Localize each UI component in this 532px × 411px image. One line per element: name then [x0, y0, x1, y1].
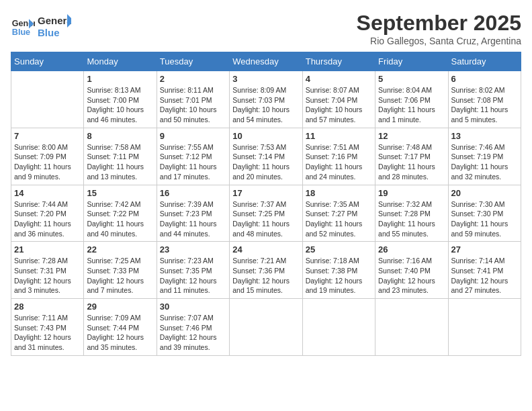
- day-info: Sunrise: 7:23 AMSunset: 7:35 PMDaylight:…: [160, 256, 226, 295]
- day-number: 6: [451, 74, 518, 84]
- day-info: Sunrise: 7:25 AMSunset: 7:33 PMDaylight:…: [87, 256, 153, 295]
- day-number: 20: [451, 188, 518, 198]
- day-info: Sunrise: 7:51 AMSunset: 7:16 PMDaylight:…: [306, 142, 372, 182]
- day-number: 21: [14, 244, 81, 255]
- day-number: 8: [87, 131, 153, 141]
- day-cell: 2Sunrise: 8:11 AMSunset: 7:01 PMDaylight…: [157, 71, 229, 128]
- day-number: 24: [232, 244, 299, 255]
- day-info: Sunrise: 7:35 AMSunset: 7:27 PMDaylight:…: [306, 199, 372, 239]
- week-row-5: 28Sunrise: 7:11 AMSunset: 7:43 PMDayligh…: [11, 299, 521, 356]
- day-cell: 12Sunrise: 7:48 AMSunset: 7:17 PMDayligh…: [375, 128, 448, 185]
- day-number: 16: [160, 188, 226, 198]
- day-number: 28: [14, 302, 81, 312]
- day-cell: 20Sunrise: 7:30 AMSunset: 7:30 PMDayligh…: [448, 185, 521, 242]
- day-info: Sunrise: 7:14 AMSunset: 7:41 PMDaylight:…: [451, 256, 518, 295]
- day-number: 26: [378, 244, 445, 255]
- week-row-2: 7Sunrise: 8:00 AMSunset: 7:09 PMDaylight…: [11, 128, 521, 185]
- day-cell: 24Sunrise: 7:21 AMSunset: 7:36 PMDayligh…: [230, 242, 302, 299]
- day-cell: [230, 299, 302, 356]
- day-cell: 26Sunrise: 7:16 AMSunset: 7:40 PMDayligh…: [375, 242, 448, 299]
- header-cell-wednesday: Wednesday: [230, 52, 302, 71]
- day-info: Sunrise: 7:16 AMSunset: 7:40 PMDaylight:…: [378, 256, 445, 295]
- month-title: September 2025: [357, 11, 521, 36]
- day-cell: 18Sunrise: 7:35 AMSunset: 7:27 PMDayligh…: [302, 185, 375, 242]
- header-cell-sunday: Sunday: [11, 52, 84, 71]
- header-cell-monday: Monday: [84, 52, 157, 71]
- day-cell: 17Sunrise: 7:37 AMSunset: 7:25 PMDayligh…: [230, 185, 302, 242]
- day-cell: 27Sunrise: 7:14 AMSunset: 7:41 PMDayligh…: [448, 242, 521, 299]
- day-cell: 10Sunrise: 7:53 AMSunset: 7:14 PMDayligh…: [230, 128, 302, 185]
- title-block: September 2025 Rio Gallegos, Santa Cruz,…: [357, 11, 521, 46]
- day-cell: 30Sunrise: 7:07 AMSunset: 7:46 PMDayligh…: [157, 299, 229, 356]
- day-cell: 4Sunrise: 8:07 AMSunset: 7:04 PMDaylight…: [302, 71, 375, 128]
- header-cell-tuesday: Tuesday: [157, 52, 229, 71]
- calendar-table: SundayMondayTuesdayWednesdayThursdayFrid…: [11, 52, 521, 356]
- day-info: Sunrise: 7:42 AMSunset: 7:22 PMDaylight:…: [87, 199, 153, 239]
- day-cell: 16Sunrise: 7:39 AMSunset: 7:23 PMDayligh…: [157, 185, 229, 242]
- day-info: Sunrise: 8:11 AMSunset: 7:01 PMDaylight:…: [160, 85, 226, 125]
- day-info: Sunrise: 7:18 AMSunset: 7:38 PMDaylight:…: [306, 256, 372, 295]
- day-number: 30: [160, 302, 226, 312]
- day-cell: 7Sunrise: 8:00 AMSunset: 7:09 PMDaylight…: [11, 128, 84, 185]
- day-info: Sunrise: 7:55 AMSunset: 7:12 PMDaylight:…: [160, 142, 226, 182]
- day-info: Sunrise: 7:07 AMSunset: 7:46 PMDaylight:…: [160, 313, 226, 353]
- day-number: 27: [451, 244, 518, 255]
- day-info: Sunrise: 7:46 AMSunset: 7:19 PMDaylight:…: [451, 142, 518, 182]
- day-number: 14: [14, 188, 81, 198]
- day-info: Sunrise: 7:39 AMSunset: 7:23 PMDaylight:…: [160, 199, 226, 239]
- day-number: 17: [232, 188, 299, 198]
- header-cell-thursday: Thursday: [302, 52, 375, 71]
- day-info: Sunrise: 7:48 AMSunset: 7:17 PMDaylight:…: [378, 142, 445, 182]
- day-cell: 21Sunrise: 7:28 AMSunset: 7:31 PMDayligh…: [11, 242, 84, 299]
- day-info: Sunrise: 8:04 AMSunset: 7:06 PMDaylight:…: [378, 85, 445, 125]
- location-subtitle: Rio Gallegos, Santa Cruz, Argentina: [357, 36, 521, 46]
- day-number: 5: [378, 74, 445, 84]
- day-cell: 14Sunrise: 7:44 AMSunset: 7:20 PMDayligh…: [11, 185, 84, 242]
- day-info: Sunrise: 7:37 AMSunset: 7:25 PMDaylight:…: [232, 199, 299, 239]
- logo-icon: General Blue: [11, 14, 35, 38]
- day-cell: [302, 299, 375, 356]
- day-number: 19: [378, 188, 445, 198]
- day-cell: [375, 299, 448, 356]
- day-info: Sunrise: 7:32 AMSunset: 7:28 PMDaylight:…: [378, 199, 445, 239]
- day-cell: 29Sunrise: 7:09 AMSunset: 7:44 PMDayligh…: [84, 299, 157, 356]
- day-cell: 28Sunrise: 7:11 AMSunset: 7:43 PMDayligh…: [11, 299, 84, 356]
- day-info: Sunrise: 8:02 AMSunset: 7:08 PMDaylight:…: [451, 85, 518, 125]
- day-number: 18: [306, 188, 372, 198]
- day-info: Sunrise: 7:28 AMSunset: 7:31 PMDaylight:…: [14, 256, 81, 295]
- day-cell: 3Sunrise: 8:09 AMSunset: 7:03 PMDaylight…: [230, 71, 302, 128]
- day-cell: 8Sunrise: 7:58 AMSunset: 7:11 PMDaylight…: [84, 128, 157, 185]
- page-header: General Blue General Blue September 2025…: [11, 11, 521, 46]
- svg-text:General: General: [38, 15, 71, 26]
- header-cell-friday: Friday: [375, 52, 448, 71]
- week-row-4: 21Sunrise: 7:28 AMSunset: 7:31 PMDayligh…: [11, 242, 521, 299]
- day-cell: 22Sunrise: 7:25 AMSunset: 7:33 PMDayligh…: [84, 242, 157, 299]
- day-number: 25: [306, 244, 372, 255]
- day-cell: 19Sunrise: 7:32 AMSunset: 7:28 PMDayligh…: [375, 185, 448, 242]
- day-cell: 9Sunrise: 7:55 AMSunset: 7:12 PMDaylight…: [157, 128, 229, 185]
- header-row: SundayMondayTuesdayWednesdayThursdayFrid…: [11, 52, 521, 71]
- day-cell: 23Sunrise: 7:23 AMSunset: 7:35 PMDayligh…: [157, 242, 229, 299]
- day-info: Sunrise: 7:30 AMSunset: 7:30 PMDaylight:…: [451, 199, 518, 239]
- day-cell: 15Sunrise: 7:42 AMSunset: 7:22 PMDayligh…: [84, 185, 157, 242]
- day-info: Sunrise: 7:44 AMSunset: 7:20 PMDaylight:…: [14, 199, 81, 239]
- day-number: 9: [160, 131, 226, 141]
- day-info: Sunrise: 8:00 AMSunset: 7:09 PMDaylight:…: [14, 142, 81, 182]
- svg-text:Blue: Blue: [12, 27, 30, 36]
- day-cell: [448, 299, 521, 356]
- week-row-1: 1Sunrise: 8:13 AMSunset: 7:00 PMDaylight…: [11, 71, 521, 128]
- day-cell: 5Sunrise: 8:04 AMSunset: 7:06 PMDaylight…: [375, 71, 448, 128]
- svg-text:Blue: Blue: [38, 27, 60, 38]
- day-number: 4: [306, 74, 372, 84]
- day-info: Sunrise: 7:58 AMSunset: 7:11 PMDaylight:…: [87, 142, 153, 182]
- day-info: Sunrise: 7:21 AMSunset: 7:36 PMDaylight:…: [232, 256, 299, 295]
- day-number: 1: [87, 74, 153, 84]
- day-number: 11: [306, 131, 372, 141]
- day-number: 13: [451, 131, 518, 141]
- day-number: 2: [160, 74, 226, 84]
- day-number: 22: [87, 244, 153, 255]
- day-cell: 11Sunrise: 7:51 AMSunset: 7:16 PMDayligh…: [302, 128, 375, 185]
- day-number: 7: [14, 131, 81, 141]
- day-info: Sunrise: 7:09 AMSunset: 7:44 PMDaylight:…: [87, 313, 153, 353]
- day-cell: 6Sunrise: 8:02 AMSunset: 7:08 PMDaylight…: [448, 71, 521, 128]
